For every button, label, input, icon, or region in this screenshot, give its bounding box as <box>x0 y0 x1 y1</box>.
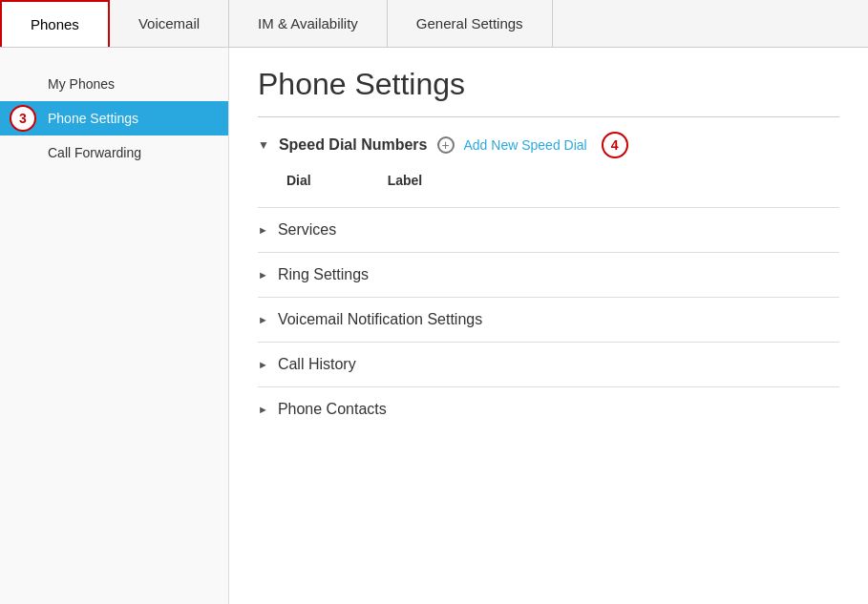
col-dial: Dial <box>286 173 311 188</box>
main-layout: My Phones 3 Phone Settings Call Forwardi… <box>0 48 868 604</box>
col-label: Label <box>388 173 423 188</box>
voicemail-notification-arrow: ► <box>258 314 268 325</box>
title-divider <box>258 116 839 117</box>
section-call-history[interactable]: ► Call History <box>258 342 839 386</box>
sidebar-item-phone-settings[interactable]: 3 Phone Settings <box>0 101 228 135</box>
tab-im-availability[interactable]: IM & Availability <box>229 0 388 47</box>
section-services[interactable]: ► Services <box>258 207 839 252</box>
badge-4: 4 <box>602 132 628 158</box>
speed-dial-col-headers: Dial Label <box>286 173 839 188</box>
section-voicemail-notification[interactable]: ► Voicemail Notification Settings <box>258 297 839 342</box>
speed-dial-section: ▼ Speed Dial Numbers + Add New Speed Dia… <box>258 132 839 188</box>
tab-general-settings[interactable]: General Settings <box>388 0 553 47</box>
phone-contacts-title: Phone Contacts <box>278 401 387 418</box>
tab-voicemail[interactable]: Voicemail <box>110 0 229 47</box>
call-history-title: Call History <box>278 356 356 373</box>
speed-dial-arrow[interactable]: ▼ <box>258 138 269 152</box>
ring-settings-arrow: ► <box>258 269 268 281</box>
add-speed-dial-link[interactable]: Add New Speed Dial <box>464 137 587 153</box>
speed-dial-header: ▼ Speed Dial Numbers + Add New Speed Dia… <box>258 132 839 158</box>
badge-3: 3 <box>10 105 36 132</box>
section-ring-settings[interactable]: ► Ring Settings <box>258 252 839 297</box>
section-phone-contacts[interactable]: ► Phone Contacts <box>258 386 839 431</box>
tab-bar: Phones Voicemail IM & Availability Gener… <box>0 0 868 48</box>
call-history-arrow: ► <box>258 359 268 370</box>
phone-contacts-arrow: ► <box>258 404 268 415</box>
sidebar: My Phones 3 Phone Settings Call Forwardi… <box>0 48 229 604</box>
speed-dial-table: Dial Label <box>286 173 839 188</box>
sidebar-item-call-forwarding[interactable]: Call Forwarding <box>0 135 228 170</box>
services-title: Services <box>278 221 336 239</box>
tab-phones[interactable]: Phones <box>0 0 110 47</box>
content-area: Phone Settings ▼ Speed Dial Numbers + Ad… <box>229 48 868 604</box>
add-speed-dial-icon[interactable]: + <box>437 136 455 154</box>
page-title: Phone Settings <box>258 67 839 102</box>
services-arrow: ► <box>258 224 268 236</box>
voicemail-notification-title: Voicemail Notification Settings <box>278 311 482 328</box>
speed-dial-title: Speed Dial Numbers <box>279 136 428 154</box>
sidebar-item-my-phones[interactable]: My Phones <box>0 67 228 101</box>
ring-settings-title: Ring Settings <box>278 266 369 283</box>
